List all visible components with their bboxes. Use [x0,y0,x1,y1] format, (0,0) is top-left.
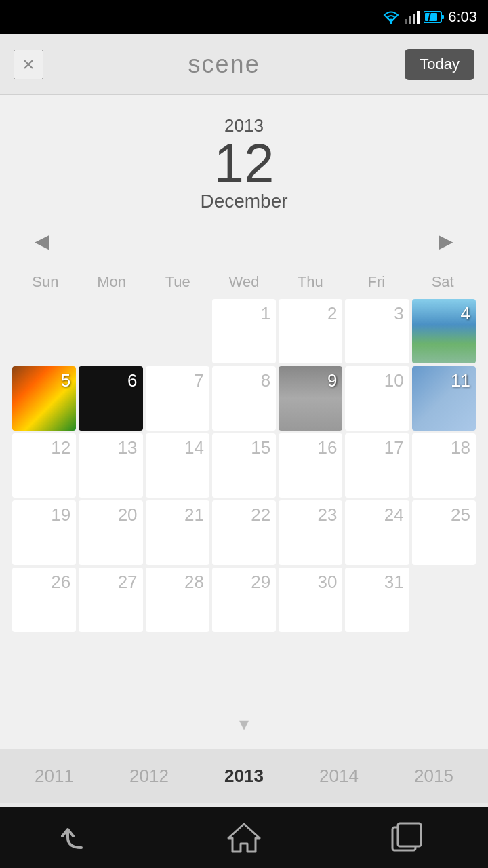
day-number: 9 [327,370,337,391]
day-number: 23 [318,505,338,526]
svg-rect-7 [425,13,437,21]
calendar-day-12[interactable]: 12 [12,433,76,498]
year-selector: 20112012201320142015 [0,749,488,803]
weekday-fri: Fri [344,269,410,295]
calendar-day-23[interactable]: 23 [279,500,342,565]
recents-button[interactable] [380,817,434,858]
status-icons: 6:03 [382,8,477,26]
calendar-day-empty [146,299,209,363]
day-number: 16 [318,437,338,458]
year-item-2013[interactable]: 2013 [224,766,264,787]
day-number: 7 [194,370,203,391]
calendar-day-3[interactable]: 3 [345,299,409,363]
calendar-day-15[interactable]: 15 [212,433,276,498]
day-number: 22 [251,505,270,526]
wifi-icon [382,9,401,24]
weekday-mon: Mon [79,269,145,295]
day-number: 13 [118,437,138,458]
calendar-day-empty [12,635,76,699]
weekday-row: Sun Mon Tue Wed Thu Fri Sat [7,269,481,295]
calendar-area: 2013 12 December ◀ ▶ Sun Mon Tue Wed Thu… [0,95,488,749]
year-item-2011[interactable]: 2011 [35,766,74,787]
calendar-day-empty [146,635,209,699]
day-number: 20 [118,505,138,526]
day-number: 8 [261,370,270,391]
signal-icon [405,9,420,24]
day-number: 3 [394,303,403,324]
svg-rect-4 [417,11,420,24]
calendar-day-28[interactable]: 28 [146,568,209,632]
weekday-sun: Sun [12,269,79,295]
calendar-day-26[interactable]: 26 [12,568,76,632]
day-number: 21 [184,505,204,526]
calendar-day-empty [79,299,142,363]
calendar-day-16[interactable]: 16 [279,433,342,498]
calendar-day-2[interactable]: 2 [279,299,342,363]
svg-rect-2 [409,16,411,24]
svg-rect-11 [398,823,421,846]
calendar-day-27[interactable]: 27 [79,568,142,632]
year-item-2014[interactable]: 2014 [319,766,359,787]
battery-icon [424,10,444,24]
day-number: 1 [261,303,270,324]
calendar-day-5[interactable]: 5 [12,366,76,431]
calendar-day-19[interactable]: 19 [12,500,76,565]
day-number: 15 [251,437,270,458]
back-icon [61,824,102,851]
svg-rect-6 [441,15,444,19]
calendar-day-4[interactable]: 4 [412,299,476,363]
status-time: 6:03 [448,8,477,26]
svg-rect-3 [413,14,415,24]
calendar-day-17[interactable]: 17 [345,433,409,498]
calendar-day-21[interactable]: 21 [146,500,209,565]
calendar-day-7[interactable]: 7 [146,366,209,431]
weekday-sat: Sat [409,269,476,295]
next-month-button[interactable]: ▶ [431,226,461,256]
calendar-day-empty [79,635,142,699]
bottom-chevron: ▾ [7,699,481,742]
calendar-day-14[interactable]: 14 [146,433,209,498]
app-title: scene [188,50,260,79]
close-button[interactable]: × [14,50,43,79]
calendar-day-31[interactable]: 31 [345,568,409,632]
day-number: 6 [127,370,137,391]
calendar-day-11[interactable]: 11 [412,366,476,431]
day-number: 30 [318,572,338,593]
day-number: 25 [451,505,470,526]
calendar-day-29[interactable]: 29 [212,568,276,632]
year-item-2012[interactable]: 2012 [129,766,169,787]
calendar-day-1[interactable]: 1 [212,299,276,363]
day-number: 27 [118,572,138,593]
status-bar: 6:03 [0,0,488,34]
weekday-wed: Wed [211,269,277,295]
calendar-day-13[interactable]: 13 [79,433,142,498]
calendar-day-22[interactable]: 22 [212,500,276,565]
calendar-day-6[interactable]: 6 [79,366,142,431]
calendar-day-empty [12,299,76,363]
day-number: 4 [461,303,470,324]
year-item-2015[interactable]: 2015 [414,766,453,787]
back-button[interactable] [54,817,108,858]
day-number: 17 [384,437,404,458]
date-header: 2013 12 December [7,108,481,226]
home-button[interactable] [217,817,271,858]
day-number: 31 [384,572,404,593]
today-button[interactable]: Today [405,49,474,80]
calendar-day-empty [412,568,476,632]
month-label: December [7,191,481,212]
prev-month-button[interactable]: ◀ [27,226,57,256]
calendar-day-9[interactable]: 9 [279,366,342,431]
calendar-day-25[interactable]: 25 [412,500,476,565]
nav-row: ◀ ▶ [7,226,481,269]
day-label: 12 [7,136,481,191]
day-number: 10 [384,370,404,391]
svg-rect-1 [405,19,407,24]
calendar-day-18[interactable]: 18 [412,433,476,498]
calendar-day-20[interactable]: 20 [79,500,142,565]
calendar-day-8[interactable]: 8 [212,366,276,431]
calendar-day-24[interactable]: 24 [345,500,409,565]
day-number: 2 [327,303,337,324]
weekday-thu: Thu [277,269,344,295]
calendar-day-10[interactable]: 10 [345,366,409,431]
calendar-day-30[interactable]: 30 [279,568,342,632]
